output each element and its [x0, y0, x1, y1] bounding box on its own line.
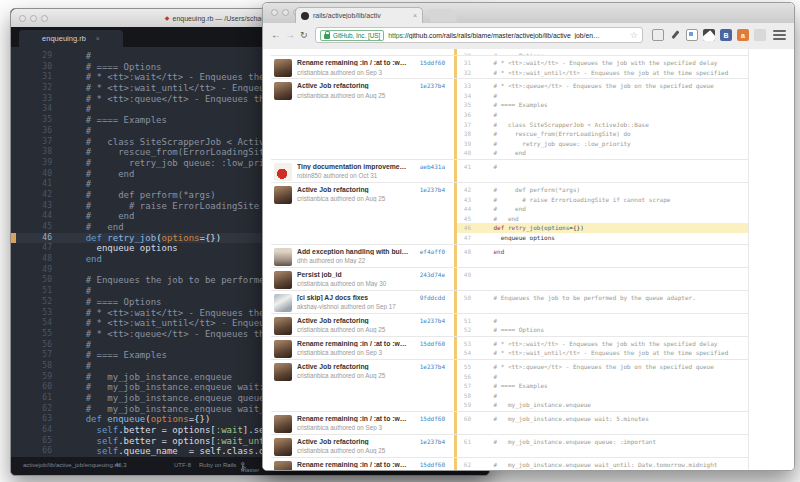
line-number[interactable]: 57 [457, 381, 479, 391]
line-number[interactable]: 55 [457, 362, 479, 372]
code-segment: enqueue options [64, 243, 178, 253]
line-number[interactable]: 35 [457, 100, 479, 110]
blame-code-lines: 33 # * <tt>:queue</tt> - Enqueues the jo… [454, 79, 748, 159]
code-segment: ={}) [569, 224, 583, 231]
wrench-extension-icon[interactable] [669, 29, 681, 41]
blame-code-lines: 48 end [454, 245, 748, 267]
commit-sha-link[interactable]: 1e237b4 [409, 363, 445, 411]
line-number[interactable]: 39 [457, 139, 479, 149]
editor-code-text: end [64, 254, 102, 265]
commit-sha-link[interactable]: ef4aff0 [409, 248, 445, 267]
editor-code-text: # end [64, 211, 134, 222]
code-segment: options [151, 414, 189, 424]
commit-sha-link[interactable]: 1e237b4 [409, 186, 445, 244]
status-encoding: UTF-8 [174, 462, 191, 468]
chrome-menu-icon[interactable] [773, 30, 786, 40]
line-number[interactable]: 36 [457, 110, 479, 120]
line-number[interactable]: 37 [457, 120, 479, 130]
tab-close-icon[interactable]: × [96, 35, 100, 42]
editor-line-number: 50 [16, 275, 64, 286]
editor-code-text: # rescue_from(ErrorLoadingSite) do [64, 147, 292, 158]
code-segment: ={}) [189, 414, 211, 424]
line-number[interactable]: 45 [457, 214, 479, 224]
line-number[interactable]: 61 [457, 437, 479, 447]
commit-sha-link[interactable]: 15ddf60 [409, 461, 445, 470]
line-number[interactable]: 52 [457, 325, 479, 335]
code-segment: # rescue_from(ErrorLoadingSite) do [64, 147, 292, 157]
line-number[interactable]: 33 [457, 81, 479, 91]
code-text: # [479, 372, 748, 382]
code-segment: end [479, 248, 504, 255]
line-number[interactable]: 40 [457, 148, 479, 158]
line-number[interactable]: 51 [457, 316, 479, 326]
line-number[interactable]: 47 [457, 233, 479, 243]
commit-sha-link[interactable]: 9fddcdd [409, 294, 445, 313]
screenshot-extension-icon[interactable] [686, 29, 698, 41]
line-number[interactable]: 34 [457, 91, 479, 101]
commit-sha-link[interactable]: 15ddf60 [409, 340, 445, 359]
editor-line-number: 61 [16, 393, 64, 404]
commit-sha-link[interactable]: 1e237b4 [409, 82, 445, 159]
line-number[interactable]: 41 [457, 162, 479, 172]
commit-author: robin850 authored on Oct 31 [297, 172, 409, 179]
editor-tab-enqueuing[interactable]: enqueuing.rb × [19, 30, 123, 47]
forward-button[interactable]: → [285, 28, 295, 42]
commit-sha-link[interactable]: aeb431a [409, 163, 445, 182]
line-number[interactable]: 44 [457, 204, 479, 214]
line-number[interactable]: 48 [457, 247, 479, 257]
minimize-window-button[interactable] [282, 9, 289, 16]
commit-sha-link[interactable]: 1e237b4 [409, 317, 445, 336]
code-text: # Enqueues the job to be performed by th… [479, 293, 748, 303]
editor-code-text: # ==== Options [64, 62, 162, 73]
commit-info: Active Job refactoringcristianbica autho… [297, 438, 409, 457]
line-number[interactable]: 31 [457, 58, 479, 68]
line-number[interactable]: 59 [457, 400, 479, 410]
editor-line-number: 65 [16, 436, 64, 447]
close-window-button[interactable] [19, 15, 26, 22]
disabled-extension-icon[interactable] [754, 29, 766, 41]
zoom-window-button[interactable] [41, 15, 48, 22]
line-number[interactable]: 50 [457, 293, 479, 303]
line-number[interactable]: 58 [457, 391, 479, 401]
commit-sha-link[interactable]: 243d74e [409, 271, 445, 290]
bookmark-star-icon[interactable]: ☆ [630, 30, 638, 40]
line-number[interactable]: 43 [457, 195, 479, 205]
new-tab-button[interactable] [427, 9, 457, 22]
code-text: # ==== Examples [479, 381, 748, 391]
blame-code-line: 56 # [457, 372, 748, 382]
blame-code-line: 38 # rescue_from(ErrorLoadingSite) do [457, 129, 748, 139]
blame-commit-cell: Rename remaining :in / :at to :wait ...c… [271, 412, 454, 434]
editor-line-number: 54 [16, 318, 64, 329]
commit-sha-link[interactable]: 15ddf60 [409, 59, 445, 78]
line-number[interactable]: 60 [457, 414, 479, 424]
line-number[interactable]: 56 [457, 372, 479, 382]
blame-code-line: 59 # my_job_instance.enqueue [457, 400, 748, 410]
commit-sha-link[interactable]: 1e237b4 [409, 438, 445, 457]
contrast-extension-icon[interactable] [703, 29, 715, 41]
commit-sha-link[interactable]: 15ddf60 [409, 415, 445, 434]
line-number[interactable]: 46 [457, 223, 479, 233]
line-number[interactable]: 42 [457, 185, 479, 195]
line-number[interactable]: 32 [457, 68, 479, 78]
buffer-extension-icon[interactable]: B [720, 29, 732, 41]
back-button[interactable]: ← [271, 28, 281, 42]
tab-close-icon[interactable]: × [413, 12, 417, 19]
line-number[interactable]: 49 [457, 270, 479, 280]
line-number[interactable]: 62 [457, 460, 479, 470]
editor-line-number: 48 [16, 254, 64, 265]
screen-share-extension-icon[interactable] [652, 29, 664, 41]
browser-tab[interactable]: rails/activejob/lib/activ × [295, 7, 423, 23]
minimize-window-button[interactable] [30, 15, 37, 22]
reload-button[interactable]: ↻ [300, 28, 308, 42]
line-number[interactable]: 38 [457, 129, 479, 139]
ev-certificate-badge[interactable]: GitHub, Inc. [US] [320, 30, 384, 41]
url-text[interactable]: https://github.com/rails/rails/blame/mas… [388, 32, 626, 39]
line-number[interactable]: 54 [457, 348, 479, 358]
close-window-button[interactable] [271, 9, 278, 16]
translate-extension-icon[interactable]: a [737, 29, 749, 41]
commit-author: cristianbica authored on Aug 25 [297, 326, 409, 333]
line-number[interactable]: 53 [457, 339, 479, 349]
commit-author: cristianbica authored on Aug 25 [297, 447, 409, 454]
code-text: # [479, 91, 748, 101]
address-bar[interactable]: GitHub, Inc. [US] https://github.com/rai… [315, 27, 643, 43]
